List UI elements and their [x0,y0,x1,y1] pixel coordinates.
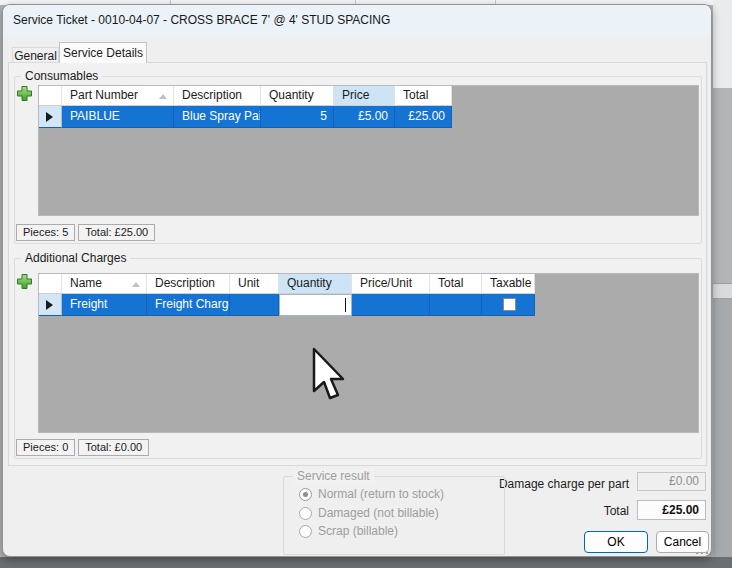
row-indicator-icon [46,300,53,310]
consumables-total-panel: Total: £25.00 [78,224,155,241]
radio-unselected-icon [299,507,312,520]
column-header-label: Part Number [70,88,138,102]
additional-charges-row-freight[interactable]: Freight Freight Charge [39,294,698,316]
consumables-status-bar: Pieces: 5Total: £25.00 [16,224,158,241]
consumables-header-row: Part Number Description Quantity Price T… [39,86,698,106]
background-window-right [713,299,732,558]
dialog-title: Service Ticket - 0010-04-07 - CROSS BRAC… [13,5,390,35]
background-window-bottom [0,557,732,568]
column-header-price-unit[interactable]: Price/Unit [352,274,430,294]
cell-name[interactable]: Freight [62,294,147,316]
radio-damaged-label: Damaged (not billable) [318,506,439,520]
plus-icon [18,87,32,101]
add-consumable-button[interactable] [16,85,33,102]
service-result-group-label: Service result [293,469,374,483]
additional-charges-header-row: Name Description Unit Quantity Price/Uni… [39,274,698,294]
cell-quantity[interactable]: 5 [261,106,334,128]
sort-ascending-icon [132,282,140,287]
column-header-part-number[interactable]: Part Number [62,86,174,106]
mouse-arrow-cursor [311,347,345,401]
column-header-name[interactable]: Name [62,274,147,294]
radio-scrap-label: Scrap (billable) [318,524,398,538]
consumables-row-paiblue[interactable]: PAIBLUE Blue Spray Paint 5 £5.00 £25.00 [39,106,698,128]
cell-unit[interactable] [230,294,279,316]
ok-button[interactable]: OK [584,531,648,553]
column-header-price[interactable]: Price [334,86,395,106]
plus-icon [18,275,32,289]
radio-selected-icon [299,488,312,501]
cancel-button[interactable]: Cancel [656,531,709,553]
column-header-total[interactable]: Total [430,274,482,294]
column-header-quantity[interactable]: Quantity [279,274,352,294]
column-header-label: Name [70,276,102,290]
cell-part-number[interactable]: PAIBLUE [62,106,174,128]
charges-total-panel: Total: £0.00 [78,439,149,456]
column-header-description[interactable]: Description [174,86,261,106]
background-window-right [713,0,732,88]
additional-charges-group-label: Additional Charges [21,251,130,265]
column-header-unit[interactable]: Unit [230,274,279,294]
radio-unselected-icon [299,525,312,538]
cell-total[interactable]: £25.00 [395,106,452,128]
additional-charges-grid[interactable]: Name Description Unit Quantity Price/Uni… [38,273,699,433]
additional-charges-status-bar: Pieces: 0Total: £0.00 [16,439,152,456]
column-header-description[interactable]: Description [147,274,230,294]
title-bar[interactable]: Service Ticket - 0010-04-07 - CROSS BRAC… [3,5,711,35]
row-indicator-header [39,274,62,294]
taxable-checkbox[interactable] [503,298,516,311]
cell-price[interactable]: £5.00 [334,106,395,128]
cell-taxable[interactable] [482,294,535,316]
background-window-right [713,88,732,283]
row-indicator-cell [39,106,62,128]
damage-charge-field: £0.00 [637,472,706,491]
column-header-taxable[interactable]: Taxable [482,274,535,294]
radio-normal-label: Normal (return to stock) [318,487,444,501]
background-window-right [713,283,732,299]
consumables-pieces-panel: Pieces: 5 [16,224,75,241]
row-indicator-header [39,86,62,106]
radio-normal[interactable]: Normal (return to stock) [299,486,444,502]
cell-description[interactable]: Freight Charge [147,294,230,316]
row-indicator-cell [39,294,62,316]
row-indicator-icon [46,112,53,122]
column-header-quantity[interactable]: Quantity [261,86,334,106]
cell-total[interactable] [430,294,482,316]
sort-ascending-icon [159,94,167,99]
add-charge-button[interactable] [16,273,33,290]
cell-description[interactable]: Blue Spray Paint [174,106,261,128]
service-ticket-dialog: Service Ticket - 0010-04-07 - CROSS BRAC… [2,4,712,557]
consumables-grid[interactable]: Part Number Description Quantity Price T… [38,85,699,216]
radio-damaged[interactable]: Damaged (not billable) [299,505,439,521]
charges-pieces-panel: Pieces: 0 [16,439,75,456]
text-caret [345,298,346,312]
total-field: £25.00 [637,500,706,520]
tab-service-details[interactable]: Service Details [59,42,147,63]
tab-general[interactable]: General [12,47,59,63]
cell-quantity-editing[interactable] [279,294,352,316]
radio-scrap[interactable]: Scrap (billable) [299,523,398,539]
consumables-group-label: Consumables [21,69,102,83]
column-header-total[interactable]: Total [395,86,452,106]
cell-price-unit[interactable] [352,294,430,316]
